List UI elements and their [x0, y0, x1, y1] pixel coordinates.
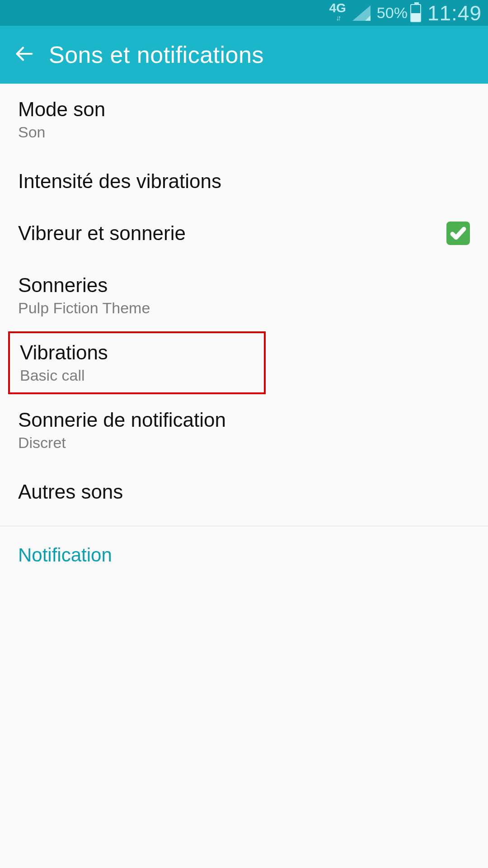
clock: 11:49 [427, 1, 482, 25]
signal-icon [352, 5, 371, 21]
item-title: Autres sons [18, 481, 123, 503]
item-sonnerie-notification[interactable]: Sonnerie de notification Discret [0, 394, 488, 466]
checkbox-vibreur-sonnerie[interactable] [446, 222, 470, 245]
page-title: Sons et notifications [49, 41, 264, 68]
network-label: 4G [329, 3, 346, 13]
item-title: Intensité des vibrations [18, 170, 221, 193]
battery-indicator: 50% [377, 4, 421, 22]
item-vibrations[interactable]: Vibrations Basic call [8, 331, 266, 394]
status-bar: 4G ↓↑ 50% 11:49 [0, 0, 488, 26]
item-intensite-vibrations[interactable]: Intensité des vibrations [0, 156, 488, 207]
item-title: Vibreur et sonnerie [18, 222, 186, 245]
battery-percent: 50% [377, 4, 408, 22]
battery-icon [410, 4, 421, 22]
item-title: Sonneries [18, 274, 150, 297]
item-title: Vibrations [20, 341, 108, 364]
arrow-back-icon [14, 43, 34, 64]
item-subtitle: Pulp Fiction Theme [18, 299, 150, 317]
item-subtitle: Basic call [20, 367, 108, 384]
settings-list: Mode son Son Intensité des vibrations Vi… [0, 84, 488, 571]
item-subtitle: Discret [18, 434, 226, 452]
app-bar: Sons et notifications [0, 26, 488, 84]
data-arrows-icon: ↓↑ [336, 13, 339, 23]
checkmark-icon [450, 225, 467, 242]
item-subtitle: Son [18, 123, 105, 141]
item-mode-son[interactable]: Mode son Son [0, 84, 488, 156]
network-indicator: 4G ↓↑ [329, 3, 346, 23]
back-button[interactable] [14, 43, 34, 66]
item-title: Mode son [18, 98, 105, 121]
section-header-notification: Notification [0, 526, 488, 571]
item-sonneries[interactable]: Sonneries Pulp Fiction Theme [0, 259, 488, 331]
item-title: Sonnerie de notification [18, 409, 226, 431]
item-vibreur-sonnerie[interactable]: Vibreur et sonnerie [0, 207, 488, 259]
item-autres-sons[interactable]: Autres sons [0, 466, 488, 518]
